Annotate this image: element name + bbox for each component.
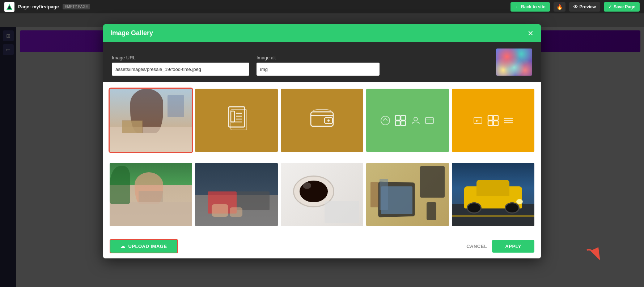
svg-rect-21 bbox=[488, 115, 493, 120]
image-alt-input[interactable] bbox=[257, 63, 380, 76]
modal-form: Image URL Image alt bbox=[103, 42, 541, 82]
gallery-item-4[interactable] bbox=[366, 89, 449, 152]
image-gallery-modal: Image Gallery ✕ Image URL Image alt bbox=[103, 24, 541, 258]
apply-button[interactable]: APPLY bbox=[492, 240, 534, 253]
gallery-item-2[interactable] bbox=[195, 89, 277, 152]
gallery-item-1[interactable] bbox=[110, 89, 192, 152]
gallery-item-7[interactable] bbox=[195, 163, 277, 226]
svg-rect-18 bbox=[425, 118, 433, 123]
checkmark-icon: ✓ bbox=[608, 4, 612, 9]
gallery-item-5[interactable] bbox=[452, 89, 534, 152]
image-url-input[interactable] bbox=[112, 63, 249, 76]
topbar: Page: myfirstpage EMPTY PAGE ← Back to s… bbox=[0, 0, 644, 13]
modal-footer: ☁ UPLOAD IMAGE CANCEL APPLY bbox=[103, 234, 541, 258]
gallery-item-3[interactable] bbox=[281, 89, 363, 152]
preview-image bbox=[496, 48, 532, 76]
svg-rect-3 bbox=[231, 111, 234, 122]
svg-point-12 bbox=[381, 116, 390, 125]
svg-rect-9 bbox=[311, 112, 333, 126]
svg-rect-23 bbox=[488, 121, 493, 126]
page-label: Page: myfirstpage bbox=[18, 4, 59, 9]
url-form-group: Image URL bbox=[112, 55, 249, 76]
svg-point-17 bbox=[414, 117, 418, 121]
footer-actions: CANCEL APPLY bbox=[466, 240, 534, 253]
svg-point-11 bbox=[327, 119, 330, 122]
modal-close-button[interactable]: ✕ bbox=[528, 30, 534, 37]
back-arrow-icon: ← bbox=[515, 4, 519, 9]
preview-button[interactable]: 👁 Preview bbox=[569, 2, 600, 12]
svg-rect-22 bbox=[493, 115, 498, 120]
svg-rect-15 bbox=[395, 121, 400, 126]
fire-icon: 🔥 bbox=[556, 4, 563, 10]
gallery-item-10[interactable] bbox=[452, 163, 534, 226]
empty-page-badge: EMPTY PAGE bbox=[63, 4, 90, 9]
modal-title: Image Gallery bbox=[110, 29, 153, 37]
logo bbox=[4, 2, 14, 12]
image-gallery-grid bbox=[103, 82, 541, 234]
save-page-button[interactable]: ✓ Save Page bbox=[604, 2, 640, 12]
svg-rect-14 bbox=[401, 115, 406, 120]
modal-header: Image Gallery ✕ bbox=[103, 24, 541, 42]
gallery-item-6[interactable] bbox=[110, 163, 192, 226]
svg-rect-24 bbox=[493, 121, 498, 126]
upload-cloud-icon: ☁ bbox=[120, 244, 126, 249]
svg-rect-13 bbox=[395, 115, 400, 120]
document-icon bbox=[226, 105, 247, 135]
svg-marker-20 bbox=[476, 120, 479, 122]
url-label: Image URL bbox=[112, 55, 249, 60]
gallery-item-9[interactable] bbox=[366, 163, 449, 226]
alt-form-group: Image alt bbox=[257, 55, 380, 76]
gallery-item-8[interactable] bbox=[281, 163, 363, 226]
cancel-button[interactable]: CANCEL bbox=[466, 244, 487, 249]
modal-overlay: Image Gallery ✕ Image URL Image alt bbox=[0, 13, 644, 287]
preview-icon: 👁 bbox=[573, 4, 578, 9]
svg-rect-19 bbox=[474, 118, 482, 123]
image-preview bbox=[496, 48, 532, 76]
wallet-icon bbox=[309, 107, 335, 133]
upload-image-button[interactable]: ☁ UPLOAD IMAGE bbox=[110, 239, 178, 253]
alt-label: Image alt bbox=[257, 55, 380, 60]
svg-rect-16 bbox=[401, 121, 406, 126]
arrow-indicator bbox=[583, 246, 605, 266]
back-to-site-button[interactable]: ← Back to site bbox=[510, 2, 550, 12]
fire-button[interactable]: 🔥 bbox=[554, 2, 565, 12]
